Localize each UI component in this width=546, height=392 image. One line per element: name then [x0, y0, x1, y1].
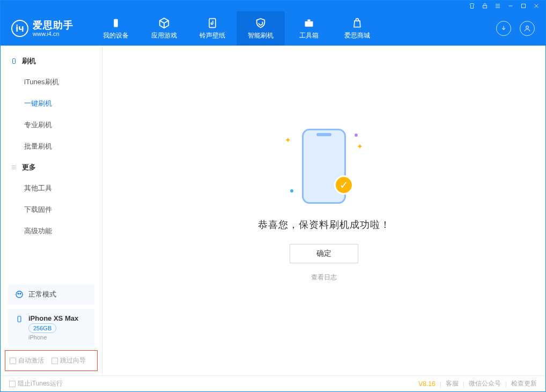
checkbox-icon[interactable] [10, 358, 16, 364]
shirt-icon[interactable] [468, 2, 476, 10]
device-storage: 256GB [28, 323, 56, 333]
separator: | [463, 380, 464, 388]
sidebar-item-other-tools[interactable]: 其他工具 [1, 177, 102, 199]
nav-label: 我的设备 [103, 31, 129, 40]
footer-support-link[interactable]: 客服 [446, 379, 459, 388]
minimize-icon[interactable] [507, 2, 514, 10]
svg-point-12 [526, 26, 529, 28]
nav-ringtones-wallpapers[interactable]: 铃声壁纸 [188, 11, 237, 46]
svg-rect-0 [483, 6, 487, 9]
sidebar-section-flash: 刷机 [1, 51, 102, 71]
checkbox-icon[interactable] [9, 381, 16, 387]
sidebar-section-title: 更多 [22, 162, 36, 172]
menu-icon[interactable] [494, 2, 501, 10]
sparkle-icon: ✦ [357, 142, 363, 151]
nav-smart-flash[interactable]: 智能刷机 [237, 11, 285, 46]
device-small-icon [14, 314, 24, 324]
option-skip-guide[interactable]: 跳过向导 [51, 356, 86, 365]
cube-icon [158, 17, 170, 29]
nav-label: 铃声壁纸 [200, 31, 225, 40]
svg-point-19 [20, 293, 21, 294]
sidebar-item-oneclick-flash[interactable]: 一键刷机 [1, 93, 102, 114]
sidebar-item-itunes-flash[interactable]: iTunes刷机 [1, 71, 102, 93]
sidebar-item-advanced[interactable]: 高级功能 [1, 220, 102, 242]
separator: | [440, 380, 441, 388]
music-file-icon [206, 17, 218, 29]
list-icon [10, 164, 18, 171]
nav-label: 工具箱 [299, 31, 319, 40]
device-mode-card[interactable]: 正常模式 [8, 284, 94, 305]
device-mode-label: 正常模式 [28, 290, 56, 299]
logo-mark-icon: iч [11, 20, 28, 37]
footer-block-itunes[interactable]: 阻止iTunes运行 [9, 379, 63, 388]
window-titlebar [1, 1, 545, 11]
footer-check-update-link[interactable]: 检查更新 [511, 379, 537, 388]
sidebar-section-more: 更多 [1, 157, 102, 177]
view-log-link[interactable]: 查看日志 [311, 273, 337, 282]
success-title: 恭喜您，保资料刷机成功啦！ [258, 218, 390, 231]
sparkle-icon: ✦ [285, 136, 291, 144]
svg-rect-11 [308, 19, 311, 21]
nav-store[interactable]: 爱思商城 [333, 11, 381, 46]
app-logo: iч 爱思助手 www.i4.cn [1, 11, 82, 46]
checkbox-icon[interactable] [51, 358, 58, 364]
svg-rect-5 [522, 4, 526, 8]
mode-normal-icon [14, 290, 24, 299]
svg-rect-8 [114, 19, 118, 27]
nav-label: 爱思商城 [344, 31, 370, 40]
confirm-button[interactable]: 确定 [290, 244, 358, 263]
svg-rect-20 [18, 316, 21, 322]
nav-label: 智能刷机 [248, 31, 274, 40]
footer-block-itunes-label: 阻止iTunes运行 [18, 379, 63, 388]
app-window: iч 爱思助手 www.i4.cn 我的设备 应用游戏 铃声壁纸 智能刷机 [0, 0, 546, 392]
close-icon[interactable] [533, 2, 540, 10]
footer-wechat-link[interactable]: 微信公众号 [469, 379, 501, 388]
device-info-card[interactable]: iPhone XS Max 256GB iPhone [8, 309, 94, 346]
device-name: iPhone XS Max [28, 314, 78, 322]
phone-icon [110, 17, 122, 29]
header-right [485, 11, 545, 46]
bag-icon [351, 17, 363, 29]
device-icon [10, 57, 18, 65]
sidebar: 刷机 iTunes刷机 一键刷机 专业刷机 批量刷机 更多 其他工具 下载固件 … [1, 46, 102, 375]
maximize-icon[interactable] [520, 2, 527, 10]
nav-toolbox[interactable]: 工具箱 [285, 11, 333, 46]
nav-my-device[interactable]: 我的设备 [92, 11, 140, 46]
option-label: 跳过向导 [60, 356, 86, 365]
version-label: V8.16 [418, 380, 435, 388]
app-name-cn: 爱思助手 [33, 20, 73, 30]
nav-apps-games[interactable]: 应用游戏 [140, 11, 188, 46]
lock-icon[interactable] [481, 2, 489, 10]
separator: | [505, 380, 507, 388]
refresh-shield-icon [255, 17, 267, 29]
app-body: 刷机 iTunes刷机 一键刷机 专业刷机 批量刷机 更多 其他工具 下载固件 … [1, 46, 545, 375]
svg-point-18 [18, 293, 19, 294]
options-highlight-box: 自动激活 跳过向导 [5, 350, 98, 371]
download-icon[interactable] [496, 21, 511, 36]
sidebar-item-batch-flash[interactable]: 批量刷机 [1, 136, 102, 157]
sidebar-item-download-firmware[interactable]: 下载固件 [1, 199, 102, 220]
device-type: iPhone [28, 334, 78, 341]
top-nav: 我的设备 应用游戏 铃声壁纸 智能刷机 工具箱 爱思商城 [92, 11, 381, 46]
svg-rect-13 [13, 59, 16, 64]
success-illustration: ✦ ✦ ✓ [278, 126, 370, 206]
footer: 阻止iTunes运行 V8.16 | 客服 | 微信公众号 | 检查更新 [1, 375, 545, 391]
svg-rect-10 [305, 21, 313, 26]
toolbox-icon [303, 17, 315, 29]
main-content: ✦ ✦ ✓ 恭喜您，保资料刷机成功啦！ 确定 查看日志 [102, 46, 545, 375]
dot-icon [290, 189, 293, 193]
option-label: 自动激活 [18, 356, 44, 365]
app-name-en: www.i4.cn [33, 31, 73, 37]
nav-label: 应用游戏 [151, 31, 177, 40]
sidebar-item-pro-flash[interactable]: 专业刷机 [1, 114, 102, 136]
dot-icon [355, 134, 358, 137]
success-check-icon: ✓ [334, 175, 353, 195]
svg-point-17 [16, 291, 23, 298]
user-icon[interactable] [520, 21, 535, 36]
option-auto-activate[interactable]: 自动激活 [10, 356, 44, 365]
sidebar-section-title: 刷机 [22, 56, 36, 66]
header: iч 爱思助手 www.i4.cn 我的设备 应用游戏 铃声壁纸 智能刷机 [1, 11, 545, 46]
